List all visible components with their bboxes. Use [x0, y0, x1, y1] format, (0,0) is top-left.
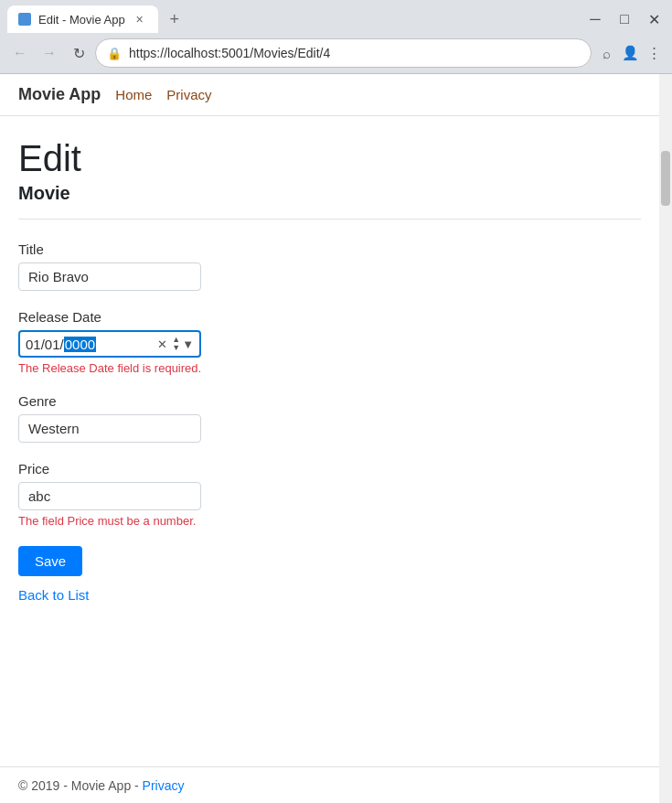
- tab-close-button[interactable]: ×: [133, 12, 147, 27]
- browser-chrome: Edit - Movie App × + ─ □ ✕ ← → ↻ 🔒 https…: [0, 0, 672, 74]
- title-field-group: Title: [18, 241, 641, 291]
- release-date-field-group: Release Date 01/01/0000 ✕ ▲ ▼ ▼ The Rele: [18, 309, 641, 375]
- date-controls: ✕ ▲ ▼ ▼: [154, 336, 194, 352]
- refresh-button[interactable]: ↻: [66, 40, 91, 66]
- date-clear-button[interactable]: ✕: [154, 336, 170, 352]
- nav-link-home[interactable]: Home: [115, 87, 152, 102]
- release-date-year: 0000: [64, 337, 96, 352]
- release-date-input-wrapper[interactable]: 01/01/0000 ✕ ▲ ▼ ▼: [18, 330, 201, 358]
- browser-tab[interactable]: Edit - Movie App ×: [7, 5, 158, 33]
- release-date-partial: 01/01/: [26, 337, 64, 352]
- minimize-button[interactable]: ─: [584, 8, 606, 30]
- window-controls: ─ □ ✕: [584, 8, 665, 30]
- search-icon[interactable]: ⌕: [595, 42, 617, 64]
- title-bar: Edit - Movie App × + ─ □ ✕: [0, 0, 672, 33]
- tab-title: Edit - Movie App: [38, 13, 125, 27]
- profile-icon[interactable]: 👤: [619, 42, 641, 64]
- back-to-list-link[interactable]: Back to List: [18, 587, 641, 603]
- price-input[interactable]: [18, 482, 201, 510]
- date-spinner: ▲ ▼: [172, 336, 180, 352]
- tab-favicon: [18, 13, 31, 26]
- genre-label: Genre: [18, 393, 641, 409]
- maximize-button[interactable]: □: [613, 8, 635, 30]
- url-text: https://localhost:5001/Movies/Edit/4: [129, 46, 580, 60]
- release-date-value: 01/01/0000: [26, 337, 150, 352]
- genre-field-group: Genre: [18, 393, 641, 443]
- main-content: Edit Movie Title Release Date 01/01/0000…: [0, 116, 659, 766]
- menu-icon[interactable]: ⋮: [643, 42, 665, 64]
- lock-icon: 🔒: [107, 47, 122, 60]
- page-title: Edit: [18, 138, 641, 179]
- window-close-button[interactable]: ✕: [643, 8, 665, 30]
- new-tab-button[interactable]: +: [162, 6, 187, 32]
- forward-button[interactable]: →: [37, 40, 62, 66]
- save-button[interactable]: Save: [18, 546, 82, 576]
- title-label: Title: [18, 241, 641, 257]
- page-subheading: Movie: [18, 183, 641, 204]
- address-bar[interactable]: 🔒 https://localhost:5001/Movies/Edit/4: [95, 38, 592, 68]
- scrollbar-thumb[interactable]: [661, 151, 670, 206]
- back-button[interactable]: ←: [7, 40, 33, 66]
- browser-right-icons: ⌕ 👤 ⋮: [595, 42, 665, 64]
- date-spin-down-button[interactable]: ▼: [172, 344, 180, 352]
- price-error: The field Price must be a number.: [18, 514, 641, 528]
- app-brand: Movie App: [18, 85, 101, 104]
- price-label: Price: [18, 461, 641, 476]
- footer-privacy-link[interactable]: Privacy: [143, 778, 185, 793]
- nav-link-privacy[interactable]: Privacy: [166, 87, 211, 102]
- date-dropdown-button[interactable]: ▼: [182, 337, 194, 351]
- footer-text: © 2019 - Movie App -: [18, 778, 143, 793]
- divider: [18, 219, 641, 219]
- genre-input[interactable]: [18, 414, 201, 443]
- nav-header: Movie App Home Privacy: [0, 74, 659, 116]
- title-input[interactable]: [18, 262, 201, 291]
- address-bar-row: ← → ↻ 🔒 https://localhost:5001/Movies/Ed…: [0, 33, 672, 73]
- scrollbar-track[interactable]: [659, 147, 672, 803]
- page-footer: © 2019 - Movie App - Privacy: [0, 766, 659, 803]
- release-date-error: The Release Date field is required.: [18, 361, 641, 375]
- price-field-group: Price The field Price must be a number.: [18, 461, 641, 528]
- page-content: Movie App Home Privacy Edit Movie Title …: [0, 74, 659, 803]
- release-date-label: Release Date: [18, 309, 641, 325]
